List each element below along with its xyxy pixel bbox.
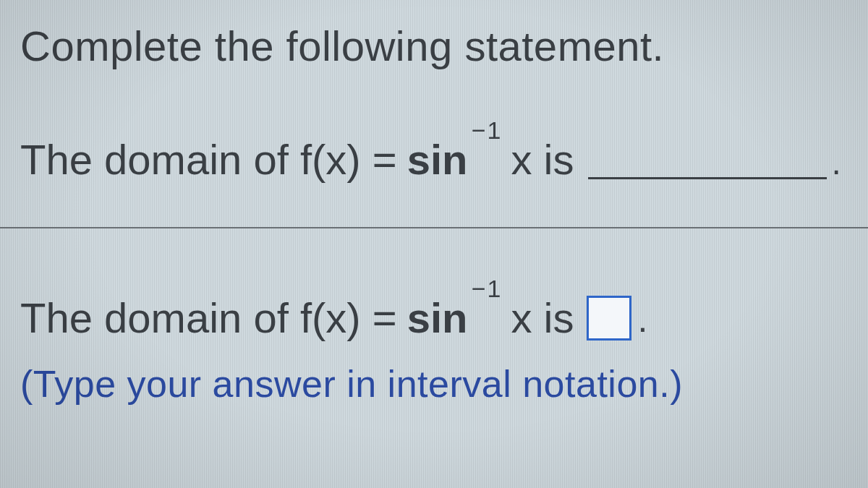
exponent-one: 1 (488, 116, 501, 144)
answer-exponent-minus: − (472, 275, 488, 302)
answer-function-exponent: −1 (472, 275, 501, 303)
answer-function-sin: sin (407, 294, 468, 341)
statement-period: . (831, 142, 841, 184)
answer-period: . (637, 299, 647, 342)
question-statement: The domain of f(x) = sin −1 x is . (20, 135, 848, 184)
answer-function-expression: sin −1 (407, 294, 468, 342)
exponent-minus: − (472, 116, 488, 144)
function-expression: sin −1 (407, 135, 468, 184)
fill-in-blank-line (588, 177, 827, 179)
statement-after: x is (511, 135, 574, 184)
answer-statement-after: x is (511, 294, 574, 342)
answer-statement: The domain of f(x) = sin −1 x is . (20, 294, 848, 342)
instruction-text: Complete the following statement. (20, 22, 848, 70)
function-sin: sin (407, 136, 468, 183)
answer-input-box[interactable] (587, 296, 631, 341)
question-section: Complete the following statement. The do… (0, 0, 868, 228)
statement-lead: The domain of f(x) = (20, 135, 397, 184)
answer-lead: The domain of f(x) = (20, 294, 397, 342)
function-exponent: −1 (472, 116, 501, 145)
answer-hint: (Type your answer in interval notation.) (20, 362, 848, 406)
answer-section: The domain of f(x) = sin −1 x is . (Type… (0, 228, 868, 427)
answer-exponent-one: 1 (488, 275, 501, 302)
